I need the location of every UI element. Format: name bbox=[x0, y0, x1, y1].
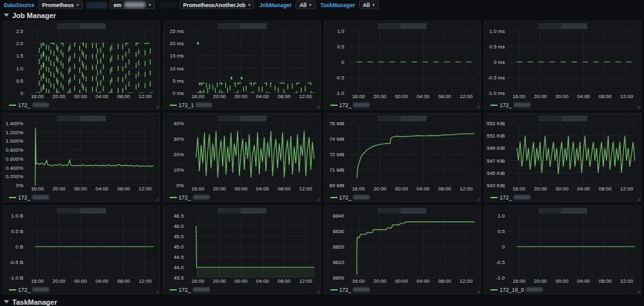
legend-series-toggle[interactable]: 172_ bbox=[325, 101, 481, 109]
legend-label: 172_ bbox=[339, 194, 352, 201]
panel-resize-handle[interactable] bbox=[637, 105, 640, 108]
chart-canvas[interactable] bbox=[508, 123, 636, 185]
chart-canvas[interactable] bbox=[348, 31, 476, 93]
x-tick-label: 00:00 bbox=[556, 94, 569, 99]
x-tick-label: 04:00 bbox=[96, 94, 108, 99]
x-axis: 16:0020:0000:0004:0008:0012:00 bbox=[26, 93, 155, 101]
legend-line-icon bbox=[330, 289, 337, 291]
x-tick-label: 08:00 bbox=[599, 278, 612, 284]
x-tick-label: 12:00 bbox=[299, 94, 312, 99]
redacted-panel-title bbox=[217, 116, 241, 121]
panel-title[interactable] bbox=[325, 114, 481, 123]
x-axis: 16:0020:0000:0004:0008:0012:00 bbox=[348, 93, 476, 101]
y-tick-label: 0% bbox=[15, 183, 23, 189]
x-tick-label: 08:00 bbox=[277, 278, 290, 284]
panel-resize-handle[interactable] bbox=[476, 198, 479, 201]
datasource-select[interactable]: Prometheus ▾ bbox=[38, 1, 83, 9]
taskmanager-select[interactable]: All ▾ bbox=[359, 1, 378, 9]
legend-series-toggle[interactable]: 172_ bbox=[3, 285, 159, 294]
legend-series-toggle[interactable]: 172_ bbox=[164, 285, 320, 294]
legend-series-toggle[interactable]: 172_ bbox=[3, 193, 159, 201]
legend-series-toggle[interactable]: 172_16_0 bbox=[485, 285, 641, 294]
chart-canvas[interactable] bbox=[508, 31, 636, 93]
x-tick-label: 00:00 bbox=[74, 278, 87, 284]
panel-title[interactable] bbox=[3, 206, 159, 216]
panel-resize-handle[interactable] bbox=[156, 105, 159, 108]
legend-series-toggle[interactable]: 172_1 bbox=[164, 101, 320, 109]
chart-canvas[interactable] bbox=[26, 216, 155, 278]
legend-series-toggle[interactable]: 172_ bbox=[325, 193, 481, 201]
panel-resize-handle[interactable] bbox=[637, 198, 640, 201]
panel-title[interactable] bbox=[485, 114, 641, 123]
panel-resize-handle[interactable] bbox=[476, 105, 479, 108]
panel-grid: 2.52.01.51.00.50 16:0020:0000:0004:0008:… bbox=[0, 21, 644, 294]
chart-canvas[interactable] bbox=[26, 31, 155, 93]
plot-area: 88408830882088108800 bbox=[325, 216, 481, 278]
panel-title[interactable] bbox=[164, 114, 320, 123]
x-tick-label: 04:00 bbox=[96, 186, 108, 192]
panel-title[interactable] bbox=[164, 206, 320, 216]
y-tick-label: -0.5 B bbox=[10, 260, 23, 265]
y-tick-label: 0.5 bbox=[498, 229, 505, 234]
y-tick-label: 551 KiB bbox=[487, 133, 505, 139]
row-header-jobmanager[interactable]: Job Manager bbox=[0, 10, 644, 21]
jobmanager-select[interactable]: All ▾ bbox=[296, 1, 315, 9]
legend-series-toggle[interactable]: 172_ bbox=[164, 193, 320, 201]
y-tick-label: 1.400% bbox=[6, 121, 23, 127]
y-axis: 40%30%20%10%0% bbox=[164, 123, 187, 185]
x-tick-label: 04:00 bbox=[256, 186, 269, 192]
panel-title[interactable] bbox=[3, 21, 159, 31]
redacted-panel-title bbox=[57, 23, 80, 29]
panel-resize-handle[interactable] bbox=[637, 290, 640, 293]
panel-resize-handle[interactable] bbox=[316, 198, 319, 201]
chart-canvas[interactable] bbox=[187, 123, 316, 185]
section-title-taskmanager: TaskManager bbox=[12, 298, 57, 306]
job-select[interactable]: PrometheusAnotherJob ▾ bbox=[179, 1, 254, 9]
row-header-taskmanager[interactable]: TaskManager bbox=[0, 296, 644, 306]
legend-series-toggle[interactable]: 172_ bbox=[485, 193, 641, 201]
x-axis: 16:0020:0000:0004:0008:0012:00 bbox=[508, 93, 636, 101]
panel-resize-handle[interactable] bbox=[316, 290, 319, 293]
y-tick-label: 10% bbox=[174, 167, 184, 173]
panel-resize-handle[interactable] bbox=[156, 198, 159, 201]
plot-area: 1.0 B0.5 B0 B-0.5 B-1.0 B bbox=[3, 216, 159, 278]
panel-title[interactable] bbox=[3, 114, 159, 123]
graph-panel: 76 MB74 MB72 MB71 MB69 MB 16:0020:0000:0… bbox=[324, 113, 481, 202]
x-axis: 16:0020:0000:0004:0008:0012:00 bbox=[187, 93, 316, 101]
legend-series-toggle[interactable]: 172_ bbox=[485, 101, 641, 109]
redacted-panel-title bbox=[57, 208, 80, 214]
x-tick-label: 12:00 bbox=[139, 278, 152, 284]
chart-canvas[interactable] bbox=[348, 123, 476, 185]
legend-label: 172_16_0 bbox=[499, 287, 524, 293]
x-axis: 16:0020:0000:0004:0008:0012:00 bbox=[348, 278, 476, 285]
em-select[interactable]: em ▾ bbox=[110, 1, 155, 9]
chart-canvas[interactable] bbox=[187, 216, 316, 278]
panel-title[interactable] bbox=[325, 21, 481, 31]
redacted-panel-title bbox=[241, 116, 267, 121]
x-tick-label: 12:00 bbox=[620, 94, 633, 99]
x-tick-label: 04:00 bbox=[256, 278, 269, 284]
panel-title[interactable] bbox=[485, 206, 641, 216]
chart-canvas[interactable] bbox=[348, 216, 476, 278]
panel-resize-handle[interactable] bbox=[316, 105, 319, 108]
x-tick-label: 04:00 bbox=[417, 186, 430, 192]
panel-title[interactable] bbox=[325, 206, 481, 216]
chart-canvas[interactable] bbox=[26, 123, 155, 185]
chart-canvas[interactable] bbox=[187, 31, 316, 93]
x-tick-label: 04:00 bbox=[577, 94, 590, 99]
var-group-redacted-1: em ▾ bbox=[86, 1, 155, 9]
x-axis: 16:0020:0000:0004:0008:0012:00 bbox=[348, 185, 476, 193]
panel-resize-handle[interactable] bbox=[476, 290, 479, 293]
redacted-panel-title bbox=[561, 116, 587, 121]
y-axis: 553 KiB551 KiB549 KiB547 KiB545 KiB543 K… bbox=[485, 123, 508, 185]
y-axis: 88408830882088108800 bbox=[325, 216, 348, 278]
panel-title[interactable] bbox=[164, 21, 320, 31]
panel-resize-handle[interactable] bbox=[156, 290, 159, 293]
panel-title[interactable] bbox=[485, 21, 641, 31]
legend-series-toggle[interactable]: 172_ bbox=[3, 101, 159, 109]
y-axis: 1.00.50-0.5-1.0 bbox=[325, 31, 348, 93]
y-tick-label: 0.5 bbox=[16, 77, 23, 83]
chart-canvas[interactable] bbox=[508, 216, 636, 278]
redacted-legend-suffix bbox=[514, 103, 530, 107]
legend-series-toggle[interactable]: 172_ bbox=[325, 285, 481, 294]
